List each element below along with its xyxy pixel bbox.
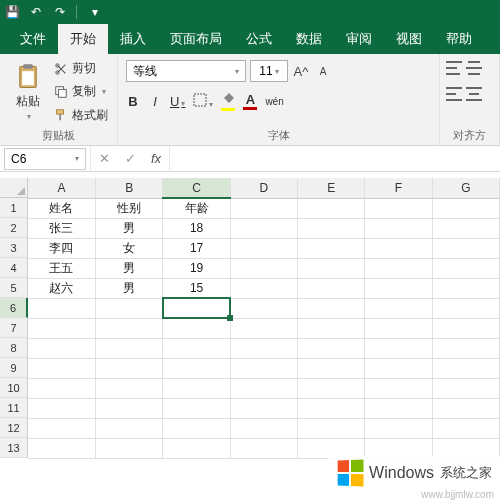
row-header[interactable]: 2 (0, 218, 28, 238)
cell[interactable] (163, 438, 230, 458)
row-header[interactable]: 8 (0, 338, 28, 358)
cell[interactable] (432, 298, 499, 318)
cell[interactable] (28, 398, 95, 418)
cell[interactable] (95, 378, 162, 398)
ribbon-tab-7[interactable]: 视图 (384, 24, 434, 54)
fill-handle[interactable] (227, 315, 233, 321)
cell[interactable] (432, 238, 499, 258)
cell[interactable] (432, 378, 499, 398)
row-header[interactable]: 12 (0, 418, 28, 438)
undo-icon[interactable]: ↶ (28, 4, 44, 20)
cell[interactable] (298, 278, 365, 298)
name-box[interactable]: C6▾ (4, 148, 86, 170)
cell[interactable] (365, 298, 432, 318)
column-header[interactable]: B (95, 178, 162, 198)
increase-font-button[interactable]: A^ (292, 60, 310, 82)
cell[interactable] (163, 358, 230, 378)
cell[interactable] (365, 278, 432, 298)
align-middle-button[interactable] (466, 61, 482, 75)
select-all-corner[interactable] (0, 178, 28, 198)
cell[interactable] (163, 338, 230, 358)
cell[interactable] (95, 298, 162, 318)
cell[interactable] (230, 258, 297, 278)
format-painter-button[interactable]: 格式刷 (54, 107, 108, 124)
cell[interactable] (298, 198, 365, 218)
font-color-button[interactable]: A (243, 92, 257, 110)
cell[interactable] (365, 338, 432, 358)
cut-button[interactable]: 剪切 (54, 60, 108, 77)
cell[interactable] (365, 238, 432, 258)
cell[interactable] (365, 398, 432, 418)
cell[interactable]: 18 (163, 218, 230, 238)
cell[interactable]: 17 (163, 238, 230, 258)
cell[interactable] (298, 438, 365, 458)
cell[interactable] (95, 438, 162, 458)
ribbon-tab-8[interactable]: 帮助 (434, 24, 484, 54)
cell[interactable] (365, 418, 432, 438)
cell[interactable] (230, 398, 297, 418)
ribbon-tab-2[interactable]: 插入 (108, 24, 158, 54)
cell[interactable]: 性别 (95, 198, 162, 218)
cell[interactable] (28, 418, 95, 438)
cell[interactable] (365, 258, 432, 278)
cell[interactable]: 年龄 (163, 198, 230, 218)
cell[interactable]: 男 (95, 258, 162, 278)
row-header[interactable]: 1 (0, 198, 28, 218)
cell[interactable] (432, 318, 499, 338)
cell[interactable] (95, 358, 162, 378)
insert-function-button[interactable]: fx (143, 146, 169, 172)
cell[interactable] (163, 318, 230, 338)
cell[interactable] (432, 338, 499, 358)
underline-button[interactable]: U▾ (170, 94, 185, 109)
row-header[interactable]: 6 (0, 298, 28, 318)
row-header[interactable]: 4 (0, 258, 28, 278)
cell[interactable] (163, 418, 230, 438)
column-header[interactable]: F (365, 178, 432, 198)
cell[interactable] (432, 218, 499, 238)
cell[interactable] (298, 218, 365, 238)
cell[interactable] (230, 238, 297, 258)
row-header[interactable]: 3 (0, 238, 28, 258)
cell[interactable] (298, 238, 365, 258)
ribbon-tab-1[interactable]: 开始 (58, 24, 108, 54)
cell[interactable] (230, 298, 297, 318)
cell[interactable] (365, 198, 432, 218)
cell[interactable] (298, 258, 365, 278)
cell[interactable] (28, 438, 95, 458)
align-top-button[interactable] (446, 61, 462, 75)
row-header[interactable]: 13 (0, 438, 28, 458)
bold-button[interactable]: B (126, 94, 140, 109)
cell[interactable]: 男 (95, 278, 162, 298)
cell[interactable] (163, 398, 230, 418)
row-header[interactable]: 11 (0, 398, 28, 418)
cell[interactable] (432, 358, 499, 378)
cell[interactable] (432, 198, 499, 218)
italic-button[interactable]: I (148, 94, 162, 109)
cell[interactable]: 女 (95, 238, 162, 258)
cell[interactable] (230, 318, 297, 338)
formula-cancel-button[interactable]: ✕ (91, 146, 117, 172)
formula-input[interactable] (170, 148, 500, 170)
font-name-combo[interactable]: 等线▾ (126, 60, 246, 82)
paste-button[interactable]: 粘贴 ▾ (6, 58, 50, 126)
redo-icon[interactable]: ↷ (52, 4, 68, 20)
cell[interactable] (28, 358, 95, 378)
copy-button[interactable]: 复制▾ (54, 83, 108, 100)
cell[interactable] (95, 338, 162, 358)
cell[interactable] (432, 418, 499, 438)
column-header[interactable]: A (28, 178, 95, 198)
decrease-font-button[interactable]: A (314, 60, 332, 82)
cell[interactable] (298, 418, 365, 438)
cell[interactable] (230, 218, 297, 238)
ribbon-tab-6[interactable]: 审阅 (334, 24, 384, 54)
cell[interactable] (230, 418, 297, 438)
cell[interactable]: 赵六 (28, 278, 95, 298)
fill-color-button[interactable] (221, 91, 235, 111)
cell[interactable] (365, 358, 432, 378)
cell[interactable] (230, 438, 297, 458)
cell[interactable]: 张三 (28, 218, 95, 238)
column-header[interactable]: C (163, 178, 230, 198)
row-header[interactable]: 7 (0, 318, 28, 338)
qat-customize-icon[interactable]: ▾ (87, 4, 103, 20)
cell[interactable] (365, 378, 432, 398)
